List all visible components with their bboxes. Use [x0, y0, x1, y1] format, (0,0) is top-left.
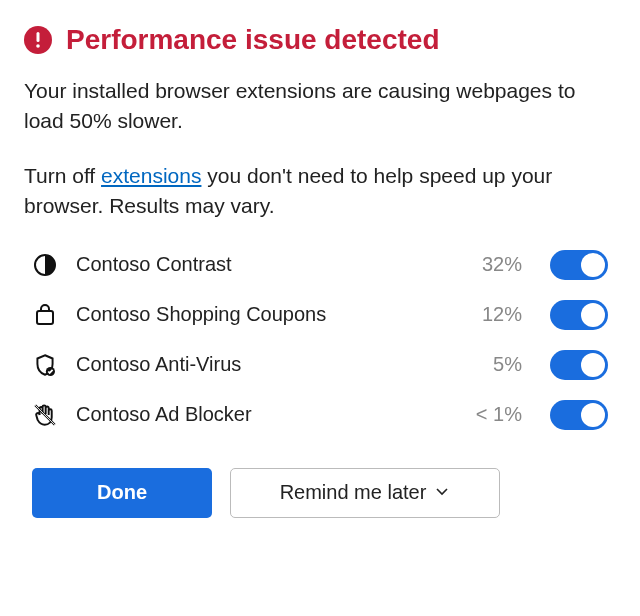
extensions-link[interactable]: extensions — [101, 164, 201, 187]
extension-percent: 32% — [462, 253, 522, 276]
extension-name: Contoso Shopping Coupons — [76, 303, 444, 326]
extension-percent: 5% — [462, 353, 522, 376]
extension-name: Contoso Anti-Virus — [76, 353, 444, 376]
slower-percent: 50% — [70, 109, 112, 132]
extension-toggle[interactable] — [550, 300, 608, 330]
alert-icon — [24, 26, 52, 54]
extension-name: Contoso Ad Blocker — [76, 403, 444, 426]
extension-row: Contoso Ad Blocker < 1% — [32, 400, 608, 430]
svg-point-1 — [36, 44, 40, 48]
remind-later-label: Remind me later — [280, 481, 427, 504]
text-fragment: slower. — [112, 109, 183, 132]
extension-row: Contoso Shopping Coupons 12% — [32, 300, 608, 330]
extension-toggle[interactable] — [550, 400, 608, 430]
hand-blocked-icon — [32, 402, 58, 428]
remind-later-button[interactable]: Remind me later — [230, 468, 500, 518]
svg-rect-3 — [37, 311, 53, 324]
button-row: Done Remind me later — [24, 468, 616, 518]
chevron-down-icon — [434, 481, 450, 504]
shield-icon — [32, 352, 58, 378]
extension-percent: < 1% — [462, 403, 522, 426]
done-button[interactable]: Done — [32, 468, 212, 518]
extension-row: Contoso Contrast 32% — [32, 250, 608, 280]
svg-rect-0 — [37, 32, 40, 42]
shopping-icon — [32, 302, 58, 328]
alert-description-1: Your installed browser extensions are ca… — [24, 76, 616, 137]
alert-title: Performance issue detected — [66, 24, 440, 56]
extension-name: Contoso Contrast — [76, 253, 444, 276]
alert-description-2: Turn off extensions you don't need to he… — [24, 161, 616, 222]
extensions-list: Contoso Contrast 32% Contoso Shopping Co… — [24, 246, 616, 440]
contrast-icon — [32, 252, 58, 278]
extension-percent: 12% — [462, 303, 522, 326]
extension-toggle[interactable] — [550, 350, 608, 380]
alert-header: Performance issue detected — [24, 24, 616, 56]
extension-row: Contoso Anti-Virus 5% — [32, 350, 608, 380]
extension-toggle[interactable] — [550, 250, 608, 280]
text-fragment: Turn off — [24, 164, 101, 187]
